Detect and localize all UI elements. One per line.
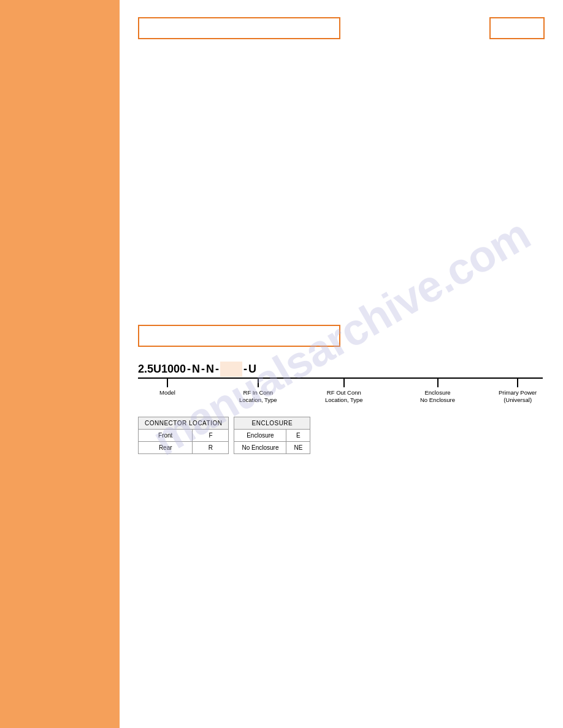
- label-power-text: Primary Power(Universal): [499, 389, 537, 404]
- table-row: Front F: [139, 430, 229, 442]
- connector-row-1-label: Front: [139, 430, 193, 442]
- label-model: Model: [159, 379, 175, 396]
- dash1: -: [187, 363, 191, 376]
- connector-row-1-value: F: [193, 430, 229, 442]
- enclosure-row-2-label: No Enclosure: [234, 442, 286, 454]
- label-enclosure: EnclosureNo Enclosure: [420, 379, 455, 404]
- label-rf-in-text: RF In ConnLocation, Type: [239, 389, 277, 404]
- label-rf-out-text: RF Out ConnLocation, Type: [325, 389, 363, 404]
- label-power: Primary Power(Universal): [499, 379, 537, 404]
- tables-area: CONNECTOR LOCATION Front F Rear R ENCLOS…: [138, 417, 310, 454]
- rf-in-value: N: [192, 363, 200, 376]
- enclosure-table-header: ENCLOSURE: [234, 417, 310, 430]
- main-content: 2.5U1000 - N - N - - U Model RF In ConnL…: [120, 0, 563, 728]
- section-header-box: [138, 325, 340, 347]
- sidebar: [0, 0, 120, 728]
- enclosure-row-2-value: NE: [286, 442, 310, 454]
- enclosure-row-1-label: Enclosure: [234, 430, 286, 442]
- label-model-text: Model: [159, 389, 175, 396]
- label-rf-in: RF In ConnLocation, Type: [239, 379, 277, 404]
- label-enclosure-text: EnclosureNo Enclosure: [420, 389, 455, 404]
- dash4: -: [243, 363, 247, 376]
- power-value: U: [248, 363, 256, 376]
- model-value: 2.5U1000: [138, 363, 186, 376]
- dash2: -: [201, 363, 205, 376]
- connector-table-header: CONNECTOR LOCATION: [139, 417, 229, 430]
- table-row: No Enclosure NE: [234, 442, 310, 454]
- connector-row-2-value: R: [193, 442, 229, 454]
- enclosure-table: ENCLOSURE Enclosure E No Enclosure NE: [234, 417, 310, 454]
- connector-row-2-label: Rear: [139, 442, 193, 454]
- table-row: Enclosure E: [234, 430, 310, 442]
- label-rf-out: RF Out ConnLocation, Type: [325, 379, 363, 404]
- dash3: -: [215, 363, 219, 376]
- header-box-left: [138, 17, 340, 39]
- rf-out-value: N: [206, 363, 214, 376]
- enclosure-value: [220, 362, 242, 377]
- enclosure-row-1-value: E: [286, 430, 310, 442]
- table-row: Rear R: [139, 442, 229, 454]
- header-box-right: [489, 17, 545, 39]
- connector-location-table: CONNECTOR LOCATION Front F Rear R: [138, 417, 229, 454]
